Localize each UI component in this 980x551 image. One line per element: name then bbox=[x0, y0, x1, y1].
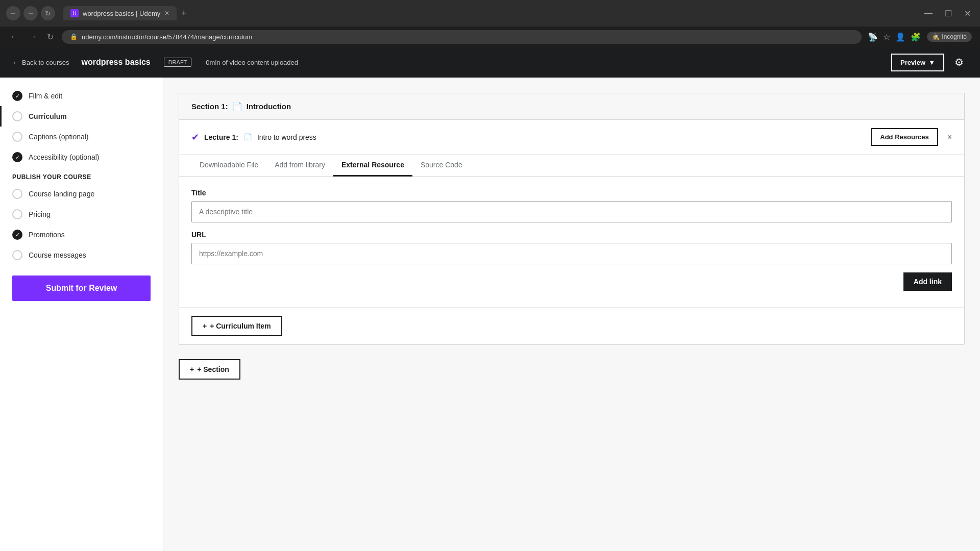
bookmark-icon[interactable]: ☆ bbox=[883, 32, 890, 42]
add-section-button[interactable]: + + Section bbox=[179, 359, 240, 380]
section-card: Section 1: 📄 Introduction ✔ Lecture 1: 📄… bbox=[179, 93, 965, 345]
lecture-title: Intro to word press bbox=[257, 133, 316, 141]
sidebar-item-label: Promotions bbox=[29, 231, 65, 239]
sidebar-item-course-messages[interactable]: Course messages bbox=[0, 245, 163, 265]
circle-messages bbox=[12, 250, 22, 260]
sidebar: ✓ Film & edit Curriculum Captions (optio… bbox=[0, 78, 163, 551]
close-window-btn[interactable]: ✕ bbox=[961, 8, 974, 19]
lecture-label: Lecture 1: bbox=[204, 133, 238, 141]
check-circle-film: ✓ bbox=[12, 91, 22, 101]
url-text: udemy.com/instructor/course/5784474/mana… bbox=[82, 33, 252, 41]
title-label: Title bbox=[191, 189, 952, 197]
incognito-badge: 🕵 Incognito bbox=[927, 32, 972, 42]
chevron-down-icon: ▼ bbox=[928, 59, 935, 66]
lock-icon: 🔒 bbox=[70, 33, 78, 40]
browser-chrome: ← → ↻ U wordpress basics | Udemy ✕ + — ☐… bbox=[0, 0, 980, 27]
submit-review-button[interactable]: Submit for Review bbox=[12, 276, 151, 301]
tab-favicon: U bbox=[70, 9, 79, 17]
tab-source-code[interactable]: Source Code bbox=[412, 155, 471, 177]
back-to-courses-link[interactable]: ← Back to courses bbox=[12, 59, 69, 66]
address-bar: ← → ↻ 🔒 udemy.com/instructor/course/5784… bbox=[0, 27, 980, 47]
plus-icon: + bbox=[203, 322, 207, 330]
url-label: URL bbox=[191, 231, 952, 239]
close-resources-btn[interactable]: × bbox=[947, 133, 952, 142]
active-tab[interactable]: U wordpress basics | Udemy ✕ bbox=[63, 6, 177, 20]
maximize-btn[interactable]: ☐ bbox=[942, 8, 955, 19]
sidebar-item-label: Curriculum bbox=[29, 112, 67, 120]
publish-section-header: Publish your course bbox=[0, 167, 163, 184]
upload-status: 0min of video content uploaded bbox=[206, 59, 298, 66]
window-controls: — ☐ ✕ bbox=[921, 8, 974, 19]
addr-reload-btn[interactable]: ↻ bbox=[45, 30, 56, 44]
section-title: Introduction bbox=[247, 102, 291, 111]
title-input[interactable] bbox=[191, 201, 952, 222]
extension-icon[interactable]: 🧩 bbox=[911, 32, 921, 42]
circle-curriculum bbox=[12, 111, 22, 121]
cast-icon[interactable]: 📡 bbox=[868, 32, 878, 42]
address-actions: 📡 ☆ 👤 🧩 bbox=[868, 32, 921, 42]
circle-captions bbox=[12, 132, 22, 142]
addr-back-btn[interactable]: ← bbox=[8, 30, 20, 43]
add-link-button[interactable]: Add link bbox=[903, 272, 952, 291]
tab-external-resource[interactable]: External Resource bbox=[333, 155, 412, 177]
url-bar[interactable]: 🔒 udemy.com/instructor/course/5784474/ma… bbox=[62, 30, 862, 44]
addr-forward-btn[interactable]: → bbox=[27, 30, 39, 43]
new-tab-btn[interactable]: + bbox=[177, 6, 191, 20]
lecture-row: ✔ Lecture 1: 📄 Intro to word press Add R… bbox=[179, 120, 964, 155]
forward-nav-btn[interactable]: → bbox=[23, 6, 38, 20]
circle-pricing bbox=[12, 209, 22, 219]
section-header-bar: Section 1: 📄 Introduction bbox=[179, 93, 964, 120]
sidebar-item-course-landing[interactable]: Course landing page bbox=[0, 184, 163, 204]
add-curriculum-item-button[interactable]: + + Curriculum Item bbox=[191, 316, 282, 336]
sidebar-item-accessibility[interactable]: ✓ Accessibility (optional) bbox=[0, 147, 163, 167]
course-title: wordpress basics bbox=[82, 58, 151, 67]
sidebar-item-label: Pricing bbox=[29, 210, 51, 218]
draft-badge: DRAFT bbox=[164, 58, 192, 67]
resource-tabs: Downloadable File Add from library Exter… bbox=[179, 155, 964, 177]
back-nav-btn[interactable]: ← bbox=[6, 6, 20, 20]
main-layout: ✓ Film & edit Curriculum Captions (optio… bbox=[0, 78, 980, 551]
tab-add-from-library[interactable]: Add from library bbox=[266, 155, 333, 177]
settings-button[interactable]: ⚙ bbox=[950, 52, 968, 72]
lecture-check-icon: ✔ bbox=[191, 132, 199, 143]
minimize-btn[interactable]: — bbox=[921, 8, 936, 19]
section-label: Section 1: bbox=[191, 102, 228, 111]
section-doc-icon: 📄 bbox=[232, 102, 242, 111]
sidebar-item-label: Captions (optional) bbox=[29, 133, 89, 141]
plus-section-icon: + bbox=[190, 365, 194, 373]
tab-title: wordpress basics | Udemy bbox=[83, 10, 160, 17]
browser-controls: ← → ↻ bbox=[6, 6, 55, 20]
content-area: Section 1: 📄 Introduction ✔ Lecture 1: 📄… bbox=[163, 78, 980, 551]
tab-bar: U wordpress basics | Udemy ✕ + bbox=[63, 6, 913, 20]
sidebar-item-pricing[interactable]: Pricing bbox=[0, 204, 163, 224]
bottom-actions: + + Curriculum Item bbox=[179, 307, 964, 344]
lecture-doc-icon: 📄 bbox=[243, 133, 252, 141]
sidebar-item-film-edit[interactable]: ✓ Film & edit bbox=[0, 86, 163, 106]
app-header: ← Back to courses wordpress basics DRAFT… bbox=[0, 47, 980, 78]
add-resources-button[interactable]: Add Resources bbox=[871, 128, 938, 146]
circle-landing bbox=[12, 189, 22, 199]
check-circle-accessibility: ✓ bbox=[12, 152, 22, 162]
sidebar-item-label: Accessibility (optional) bbox=[29, 153, 100, 161]
check-circle-promotions: ✓ bbox=[12, 230, 22, 240]
sidebar-item-label: Film & edit bbox=[29, 92, 62, 100]
profile-icon[interactable]: 👤 bbox=[895, 32, 905, 42]
header-actions: Preview ▼ ⚙ bbox=[891, 52, 968, 72]
resource-form: Title URL Add link bbox=[179, 177, 964, 307]
reload-btn[interactable]: ↻ bbox=[41, 6, 55, 20]
sidebar-item-promotions[interactable]: ✓ Promotions bbox=[0, 224, 163, 245]
sidebar-item-curriculum[interactable]: Curriculum bbox=[0, 106, 163, 127]
url-input[interactable] bbox=[191, 243, 952, 264]
sidebar-item-label: Course landing page bbox=[29, 190, 94, 198]
sidebar-item-label: Course messages bbox=[29, 251, 86, 259]
tab-downloadable-file[interactable]: Downloadable File bbox=[191, 155, 266, 177]
sidebar-item-captions[interactable]: Captions (optional) bbox=[0, 127, 163, 147]
preview-button[interactable]: Preview ▼ bbox=[891, 54, 944, 71]
tab-close-btn[interactable]: ✕ bbox=[164, 10, 169, 17]
back-arrow-icon: ← bbox=[12, 59, 19, 66]
incognito-icon: 🕵 bbox=[932, 33, 940, 40]
